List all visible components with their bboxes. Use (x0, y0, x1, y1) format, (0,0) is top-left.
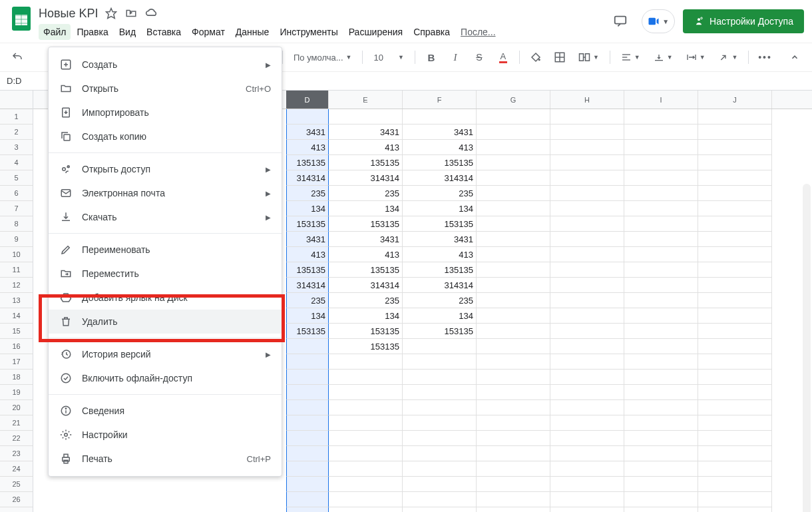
menu-item-print[interactable]: ПечатьCtrl+P (49, 447, 282, 471)
row-header[interactable]: 27 (0, 507, 33, 512)
colhdr-H[interactable]: H (550, 91, 624, 109)
halign-button[interactable]: ▼ (617, 48, 644, 67)
cell[interactable] (698, 278, 772, 293)
row-header[interactable]: 21 (0, 415, 33, 431)
cell[interactable] (403, 354, 477, 370)
menu-item-rename[interactable]: Переименовать (49, 238, 282, 262)
cell[interactable] (286, 507, 329, 512)
cell[interactable] (477, 507, 550, 512)
cell[interactable] (698, 262, 772, 278)
italic-button[interactable]: I (446, 48, 465, 67)
cell[interactable] (477, 293, 550, 308)
menu-item-plus-box[interactable]: Создать▶ (49, 53, 282, 77)
menu-item-drive[interactable]: Добавить ярлык на Диск (49, 286, 282, 310)
cell[interactable]: 135135 (329, 155, 403, 170)
undo-button[interactable] (8, 48, 27, 67)
cell[interactable] (624, 125, 698, 140)
cell[interactable] (477, 109, 550, 125)
cell[interactable]: 153135 (403, 216, 477, 232)
menu-format[interactable]: Формат (187, 24, 230, 40)
cell[interactable]: 153135 (329, 216, 403, 232)
star-icon[interactable] (105, 7, 117, 19)
cell[interactable] (550, 262, 624, 278)
cell[interactable] (624, 339, 698, 354)
bold-button[interactable]: B (422, 48, 441, 67)
row-header[interactable]: 17 (0, 354, 33, 370)
menu-item-info[interactable]: Сведения (49, 399, 282, 423)
row-header[interactable]: 18 (0, 370, 33, 385)
cell[interactable] (477, 339, 550, 354)
cell[interactable] (550, 446, 624, 461)
cell[interactable]: 153135 (286, 324, 329, 339)
doc-title[interactable]: Новые KPI (39, 7, 99, 21)
menu-data[interactable]: Данные (231, 24, 274, 40)
cell[interactable]: 135135 (403, 155, 477, 170)
menu-last-edit[interactable]: После... (456, 24, 500, 40)
text-color-button[interactable]: A (494, 48, 512, 67)
cell[interactable] (698, 232, 772, 247)
cell[interactable] (477, 247, 550, 262)
cell[interactable] (698, 186, 772, 201)
cell[interactable] (698, 293, 772, 308)
cell[interactable] (550, 431, 624, 446)
cell[interactable] (698, 155, 772, 170)
cell[interactable]: 134 (286, 308, 329, 324)
cell[interactable] (477, 492, 550, 507)
cell[interactable] (403, 339, 477, 354)
cell[interactable] (477, 461, 550, 477)
cell[interactable] (477, 370, 550, 385)
cell[interactable] (550, 324, 624, 339)
cell[interactable] (403, 385, 477, 400)
cell[interactable] (624, 247, 698, 262)
row-header[interactable]: 5 (0, 170, 33, 186)
menu-item-move[interactable]: Переместить (49, 262, 282, 286)
cell[interactable] (624, 354, 698, 370)
row-header[interactable]: 13 (0, 293, 33, 308)
menu-tools[interactable]: Инструменты (275, 24, 342, 40)
cell[interactable] (329, 354, 403, 370)
cell[interactable] (286, 354, 329, 370)
cell[interactable] (624, 109, 698, 125)
cell[interactable] (624, 507, 698, 512)
cell[interactable]: 153135 (329, 324, 403, 339)
cell[interactable] (550, 415, 624, 431)
cell[interactable]: 413 (403, 140, 477, 155)
cell[interactable] (286, 109, 329, 125)
cell[interactable]: 134 (329, 201, 403, 216)
menu-item-trash[interactable]: Удалить (49, 310, 282, 334)
cell[interactable]: 134 (403, 201, 477, 216)
cell[interactable] (698, 170, 772, 186)
cell[interactable] (624, 370, 698, 385)
colhdr-F[interactable]: F (403, 91, 477, 109)
meet-button[interactable]: ▼ (642, 9, 675, 33)
cell[interactable] (550, 155, 624, 170)
menu-item-share[interactable]: Открыть доступ▶ (49, 157, 282, 181)
cell[interactable] (477, 446, 550, 461)
cell[interactable]: 314314 (286, 170, 329, 186)
cell[interactable] (329, 370, 403, 385)
row-header[interactable]: 3 (0, 140, 33, 155)
cell[interactable] (550, 125, 624, 140)
cell[interactable] (550, 308, 624, 324)
cell[interactable] (477, 232, 550, 247)
row-header[interactable]: 20 (0, 400, 33, 415)
colhdr-G[interactable]: G (477, 91, 550, 109)
font-size[interactable]: 10▼ (369, 48, 407, 67)
row-header[interactable]: 23 (0, 446, 33, 461)
cell[interactable]: 3431 (286, 232, 329, 247)
cell[interactable] (624, 477, 698, 492)
menu-item-mail[interactable]: Электронная почта▶ (49, 181, 282, 205)
cell[interactable]: 134 (403, 308, 477, 324)
cell[interactable] (624, 262, 698, 278)
cell[interactable]: 413 (329, 247, 403, 262)
cell[interactable] (624, 232, 698, 247)
cell[interactable]: 3431 (403, 232, 477, 247)
menu-view[interactable]: Вид (114, 24, 140, 40)
cell[interactable] (286, 400, 329, 415)
row-header[interactable]: 19 (0, 385, 33, 400)
cell[interactable] (477, 140, 550, 155)
cell[interactable] (286, 339, 329, 354)
menu-item-copy[interactable]: Создать копию (49, 125, 282, 148)
cell[interactable] (477, 186, 550, 201)
name-box[interactable]: D:D (0, 76, 33, 86)
